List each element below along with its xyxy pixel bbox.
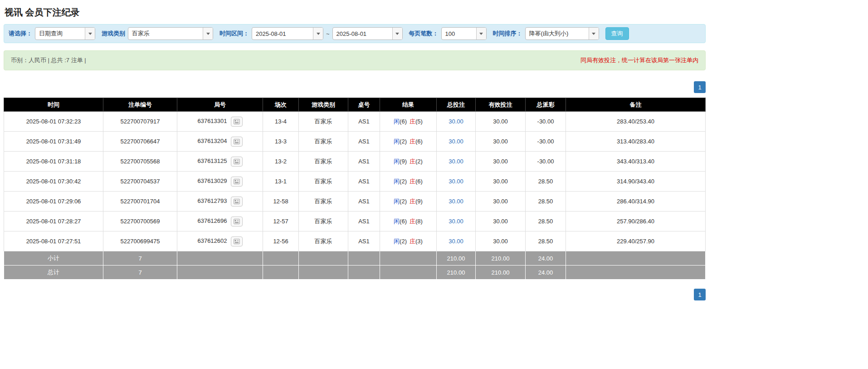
total-bet-link[interactable]: 30.00 bbox=[449, 138, 463, 145]
game-type-value: 百家乐 bbox=[128, 28, 203, 39]
empty-cell bbox=[299, 251, 348, 266]
cell-table-no: AS1 bbox=[348, 152, 380, 172]
cell-result: 闲(2)庄(3) bbox=[380, 231, 437, 251]
total-bet-link[interactable]: 30.00 bbox=[449, 178, 463, 185]
round-id-text: 637612602 bbox=[197, 237, 227, 244]
cell-round-id: 637612793 bbox=[177, 192, 263, 212]
result-player-score: (2) bbox=[400, 238, 407, 245]
cell-session: 12-57 bbox=[263, 212, 299, 231]
table-row: 2025-08-01 07:28:27 522700700569 6376126… bbox=[4, 212, 706, 231]
header-result: 结果 bbox=[380, 98, 437, 112]
sort-label: 时间排序： bbox=[493, 30, 522, 38]
cell-table-no: AS1 bbox=[348, 172, 380, 192]
pagination-top: 1 bbox=[4, 81, 706, 93]
cell-total-bet: 30.00 bbox=[437, 231, 476, 251]
cell-session: 13-3 bbox=[263, 132, 299, 152]
table-row: 2025-08-01 07:31:18 522700705568 6376131… bbox=[4, 152, 706, 172]
roadmap-icon[interactable] bbox=[231, 177, 243, 187]
roadmap-icon[interactable] bbox=[231, 137, 243, 147]
cell-round-id: 637613204 bbox=[177, 132, 263, 152]
result-player-label: 闲 bbox=[394, 178, 400, 185]
cell-round-id: 637613301 bbox=[177, 112, 263, 132]
page-size-value: 100 bbox=[442, 28, 476, 39]
date-from-select[interactable]: 2025-08-01 bbox=[252, 27, 323, 40]
subtotal-payout: 24.00 bbox=[526, 251, 566, 266]
header-game-type: 游戏类别 bbox=[299, 98, 348, 112]
summary-bar: 币别：人民币 | 总共 :7 注单 | 同局有效投注，统一计算在该局第一张注单内 bbox=[4, 50, 706, 70]
pagination-bottom: 1 bbox=[4, 289, 706, 310]
cell-result: 闲(2)庄(6) bbox=[380, 132, 437, 152]
result-player-label: 闲 bbox=[394, 138, 400, 145]
pagination-page-button[interactable]: 1 bbox=[694, 81, 706, 93]
cell-session: 13-2 bbox=[263, 152, 299, 172]
result-player-score: (2) bbox=[400, 138, 407, 145]
cell-result: 闲(2)庄(9) bbox=[380, 192, 437, 212]
result-player-score: (9) bbox=[400, 158, 407, 165]
cell-game-type: 百家乐 bbox=[299, 212, 348, 231]
empty-cell bbox=[380, 251, 437, 266]
round-id-text: 637613125 bbox=[197, 157, 227, 164]
roadmap-icon[interactable] bbox=[231, 197, 243, 207]
cell-remark: 314.90/343.40 bbox=[566, 172, 706, 192]
result-banker-label: 庄 bbox=[410, 238, 415, 245]
chevron-down-icon[interactable] bbox=[392, 28, 402, 39]
roadmap-icon[interactable] bbox=[231, 117, 243, 127]
header-bet-id: 注单编号 bbox=[103, 98, 177, 112]
bet-records-table: 时间 注单编号 局号 场次 游戏类别 桌号 结果 总投注 有效投注 总派彩 备注… bbox=[4, 98, 706, 280]
pagination-page-button[interactable]: 1 bbox=[694, 289, 706, 300]
result-banker-score: (9) bbox=[415, 198, 423, 205]
cell-valid-bet: 30.00 bbox=[476, 212, 526, 231]
date-to-select[interactable]: 2025-08-01 bbox=[332, 27, 403, 40]
chevron-down-icon[interactable] bbox=[589, 28, 599, 39]
cell-table-no: AS1 bbox=[348, 212, 380, 231]
total-row: 总计 7 210.00 210.00 24.00 bbox=[4, 266, 706, 280]
result-player-label: 闲 bbox=[394, 238, 400, 245]
result-player-score: (6) bbox=[400, 118, 407, 125]
cell-valid-bet: 30.00 bbox=[476, 112, 526, 132]
query-type-select[interactable]: 日期查询 bbox=[35, 27, 95, 40]
result-banker-label: 庄 bbox=[410, 198, 415, 205]
round-id-text: 637612696 bbox=[197, 217, 227, 224]
chevron-down-icon[interactable] bbox=[313, 28, 323, 39]
round-id-text: 637613204 bbox=[197, 138, 227, 144]
roadmap-icon[interactable] bbox=[231, 216, 243, 226]
result-player-label: 闲 bbox=[394, 218, 400, 225]
cell-valid-bet: 30.00 bbox=[476, 231, 526, 251]
chevron-down-icon[interactable] bbox=[476, 28, 486, 39]
chevron-down-icon[interactable] bbox=[85, 28, 95, 39]
total-bet-link[interactable]: 30.00 bbox=[449, 158, 463, 165]
header-remark: 备注 bbox=[566, 98, 706, 112]
page-title: 视讯 会员下注纪录 bbox=[5, 6, 706, 19]
filter-group-game-type: 游戏类别 百家乐 bbox=[102, 27, 213, 40]
empty-cell bbox=[348, 251, 380, 266]
cell-total-bet: 30.00 bbox=[437, 112, 476, 132]
total-bet-link[interactable]: 30.00 bbox=[449, 218, 463, 225]
chevron-down-icon[interactable] bbox=[203, 28, 213, 39]
cell-bet-id: 522700701704 bbox=[103, 192, 177, 212]
result-banker-score: (6) bbox=[415, 178, 423, 185]
roadmap-icon[interactable] bbox=[231, 236, 243, 246]
sort-select[interactable]: 降幂(由大到小) bbox=[525, 27, 599, 40]
filter-group-time-range: 时间区间： 2025-08-01 ~ 2025-08-01 bbox=[219, 27, 403, 40]
header-payout: 总派彩 bbox=[526, 98, 566, 112]
round-id-text: 637613029 bbox=[197, 177, 227, 184]
filter-group-query-type: 请选择： 日期查询 bbox=[9, 27, 95, 40]
cell-remark: 229.40/257.90 bbox=[566, 231, 706, 251]
total-bet-link[interactable]: 30.00 bbox=[449, 118, 463, 125]
total-payout: 24.00 bbox=[526, 266, 566, 280]
total-bet-link[interactable]: 30.00 bbox=[449, 198, 463, 205]
page-size-label: 每页笔数： bbox=[409, 30, 439, 38]
search-button[interactable]: 查询 bbox=[605, 27, 629, 40]
page-size-select[interactable]: 100 bbox=[441, 27, 487, 40]
cell-table-no: AS1 bbox=[348, 231, 380, 251]
cell-remark: 313.40/283.40 bbox=[566, 132, 706, 152]
cell-payout: 28.50 bbox=[526, 212, 566, 231]
total-bet-link[interactable]: 30.00 bbox=[449, 238, 463, 245]
game-type-select[interactable]: 百家乐 bbox=[128, 27, 213, 40]
result-banker-label: 庄 bbox=[410, 138, 415, 145]
cell-result: 闲(9)庄(2) bbox=[380, 152, 437, 172]
cell-game-type: 百家乐 bbox=[299, 231, 348, 251]
empty-cell bbox=[177, 266, 263, 280]
roadmap-icon[interactable] bbox=[231, 157, 243, 167]
cell-total-bet: 30.00 bbox=[437, 132, 476, 152]
